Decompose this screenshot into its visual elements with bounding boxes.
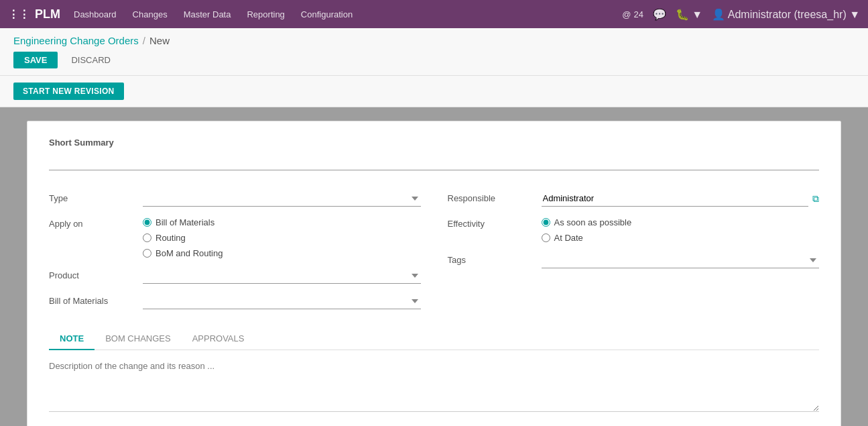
effectivity-at-date-label: At Date [554, 233, 583, 243]
bom-select[interactable] [143, 293, 421, 309]
breadcrumb-separator: / [143, 35, 145, 46]
tags-label: Tags [448, 252, 542, 265]
tab-bom-changes[interactable]: BOM CHANGES [95, 328, 182, 350]
effectivity-asap[interactable]: As soon as possible [542, 217, 820, 227]
apply-on-bom-routing-radio[interactable] [143, 249, 151, 258]
short-summary-label: Short Summary [49, 138, 819, 148]
nav-changes[interactable]: Changes [133, 9, 168, 19]
short-summary-input[interactable] [49, 154, 819, 170]
page-header: Engineering Change Orders / New SAVE DIS… [0, 28, 868, 76]
bom-row: Bill of Materials [49, 293, 421, 309]
revision-bar: START NEW REVISION [0, 76, 868, 107]
responsible-row: Responsible Administrator ⧉ [448, 191, 820, 207]
apply-on-routing[interactable]: Routing [143, 233, 421, 243]
top-navigation: ⋮⋮ PLM Dashboard Changes Master Data Rep… [0, 0, 868, 28]
apply-on-radio-group: Bill of Materials Routing BoM and Routin… [143, 216, 421, 258]
type-control [143, 191, 421, 207]
bom-label: Bill of Materials [49, 293, 143, 306]
tab-note[interactable]: NOTE [49, 328, 95, 350]
product-row: Product [49, 268, 421, 284]
external-link-icon[interactable]: ⧉ [812, 193, 819, 205]
form-left: Type Apply on Bill of Mater [49, 191, 421, 309]
note-textarea[interactable] [49, 358, 819, 412]
effectivity-control: As soon as possible At Date [542, 216, 820, 243]
main-content: Short Summary Type Apply on [0, 107, 868, 426]
apply-on-row: Apply on Bill of Materials Routing [49, 216, 421, 258]
save-button[interactable]: SAVE [13, 52, 58, 68]
app-logo[interactable]: ⋮⋮ PLM [8, 7, 60, 21]
effectivity-at-date-radio[interactable] [542, 233, 550, 242]
tags-row: Tags [448, 252, 820, 268]
user-name: Administrator (treesa_hr) [728, 9, 847, 20]
tab-approvals[interactable]: APPROVALS [182, 328, 255, 350]
nav-master-data[interactable]: Master Data [184, 9, 231, 19]
type-row: Type [49, 191, 421, 207]
responsible-input[interactable]: Administrator [542, 191, 809, 207]
topnav-right: @ 24 💬 🐛 ▼ 👤 Administrator (treesa_hr) ▼ [622, 8, 860, 21]
bom-control [143, 293, 421, 309]
at-icon: @ [622, 9, 631, 19]
form-right: Responsible Administrator ⧉ Effectivity [448, 191, 820, 309]
apply-on-bom-label: Bill of Materials [156, 217, 214, 227]
nav-configuration[interactable]: Configuration [301, 9, 353, 19]
type-select[interactable] [143, 191, 421, 207]
apply-on-routing-radio[interactable] [143, 233, 151, 242]
effectivity-at-date[interactable]: At Date [542, 233, 820, 243]
apply-on-control: Bill of Materials Routing BoM and Routin… [143, 216, 421, 258]
start-new-revision-button[interactable]: START NEW REVISION [13, 83, 124, 100]
nav-reporting[interactable]: Reporting [247, 9, 284, 19]
tags-select[interactable] [542, 252, 820, 268]
badge-count: 24 [633, 9, 643, 19]
effectivity-asap-label: As soon as possible [554, 217, 632, 227]
tags-control [542, 252, 820, 268]
product-select[interactable] [143, 268, 421, 284]
user-avatar-icon: 👤 [712, 9, 725, 20]
breadcrumb-parent[interactable]: Engineering Change Orders [13, 35, 139, 46]
nav-dashboard[interactable]: Dashboard [74, 9, 117, 19]
grid-icon[interactable]: ⋮⋮ [8, 8, 29, 21]
apply-on-bom[interactable]: Bill of Materials [143, 217, 421, 227]
apply-on-bom-radio[interactable] [143, 218, 151, 227]
responsible-label: Responsible [448, 191, 542, 203]
apply-on-bom-routing[interactable]: BoM and Routing [143, 248, 421, 258]
chat-icon[interactable]: 💬 [653, 8, 666, 21]
toolbar: SAVE DISCARD [13, 52, 855, 75]
apply-on-routing-label: Routing [156, 233, 186, 243]
notification-badge[interactable]: @ 24 [622, 9, 643, 19]
apply-on-bom-routing-label: BoM and Routing [156, 248, 223, 258]
nav-links: Dashboard Changes Master Data Reporting … [74, 9, 609, 19]
product-control [143, 268, 421, 284]
effectivity-label: Effectivity [448, 216, 542, 229]
breadcrumb: Engineering Change Orders / New [13, 35, 855, 46]
effectivity-asap-radio[interactable] [542, 218, 550, 227]
form-card: Short Summary Type Apply on [27, 121, 841, 426]
type-label: Type [49, 191, 143, 203]
user-menu[interactable]: 👤 Administrator (treesa_hr) ▼ [712, 8, 860, 21]
breadcrumb-current: New [149, 35, 170, 46]
product-label: Product [49, 268, 143, 280]
effectivity-radio-group: As soon as possible At Date [542, 216, 820, 243]
apply-on-label: Apply on [49, 216, 143, 229]
note-area [49, 358, 819, 414]
app-name: PLM [35, 7, 60, 21]
tab-bar: NOTE BOM CHANGES APPROVALS [49, 328, 819, 350]
responsible-control: Administrator ⧉ [542, 191, 820, 207]
responsible-input-row: Administrator ⧉ [542, 191, 820, 207]
form-grid: Type Apply on Bill of Mater [49, 191, 819, 309]
effectivity-row: Effectivity As soon as possible At Date [448, 216, 820, 243]
discard-button[interactable]: DISCARD [63, 52, 119, 68]
bug-icon[interactable]: 🐛 ▼ [676, 8, 702, 21]
